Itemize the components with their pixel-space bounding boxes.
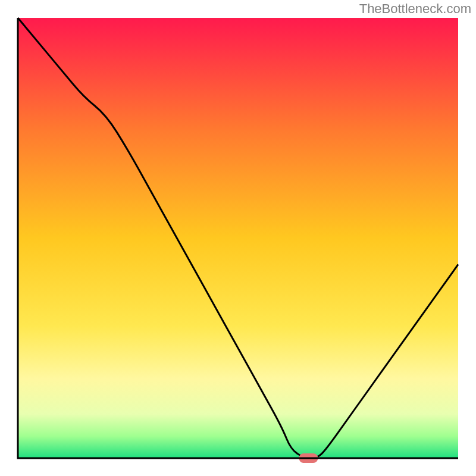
watermark-text: TheBottleneck.com (359, 1, 471, 17)
chart-container: TheBottleneck.com (0, 0, 476, 476)
bottleneck-chart (0, 0, 476, 476)
svg-rect-0 (18, 18, 458, 458)
